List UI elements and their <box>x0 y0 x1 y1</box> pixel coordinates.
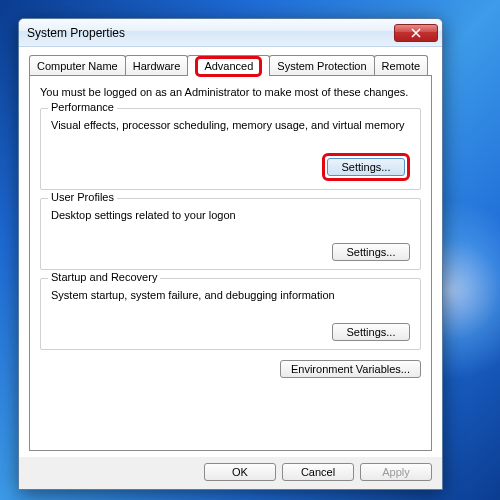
client-area: Computer Name Hardware Advanced System P… <box>19 47 442 457</box>
close-button[interactable] <box>394 24 438 42</box>
group-user-profiles-desc: Desktop settings related to your logon <box>51 209 410 221</box>
apply-button: Apply <box>360 463 432 481</box>
cancel-button[interactable]: Cancel <box>282 463 354 481</box>
group-startup-recovery: Startup and Recovery System startup, sys… <box>40 278 421 350</box>
tab-computer-name[interactable]: Computer Name <box>29 55 126 75</box>
dialog-button-row: OK Cancel Apply <box>19 457 442 489</box>
ok-button[interactable]: OK <box>204 463 276 481</box>
admin-notice: You must be logged on as an Administrato… <box>40 86 421 98</box>
group-performance: Performance Visual effects, processor sc… <box>40 108 421 190</box>
close-icon <box>411 28 421 38</box>
tab-advanced[interactable]: Advanced <box>187 55 270 76</box>
tab-advanced-label: Advanced <box>204 60 253 72</box>
performance-settings-highlight: Settings... <box>322 153 410 181</box>
group-performance-desc: Visual effects, processor scheduling, me… <box>51 119 410 131</box>
tab-advanced-highlight: Advanced <box>195 56 262 77</box>
group-performance-legend: Performance <box>48 101 117 113</box>
tab-remote[interactable]: Remote <box>374 55 429 75</box>
user-profiles-settings-button[interactable]: Settings... <box>332 243 410 261</box>
environment-variables-button[interactable]: Environment Variables... <box>280 360 421 378</box>
titlebar[interactable]: System Properties <box>19 19 442 47</box>
tab-panel-advanced: You must be logged on as an Administrato… <box>29 75 432 451</box>
group-user-profiles: User Profiles Desktop settings related t… <box>40 198 421 270</box>
system-properties-window: System Properties Computer Name Hardware… <box>18 18 443 490</box>
tab-strip: Computer Name Hardware Advanced System P… <box>29 55 432 75</box>
group-startup-recovery-legend: Startup and Recovery <box>48 271 160 283</box>
performance-settings-button[interactable]: Settings... <box>327 158 405 176</box>
tab-hardware[interactable]: Hardware <box>125 55 189 75</box>
tab-system-protection[interactable]: System Protection <box>269 55 374 75</box>
group-user-profiles-legend: User Profiles <box>48 191 117 203</box>
group-startup-recovery-desc: System startup, system failure, and debu… <box>51 289 410 301</box>
startup-recovery-settings-button[interactable]: Settings... <box>332 323 410 341</box>
window-title: System Properties <box>27 26 125 40</box>
